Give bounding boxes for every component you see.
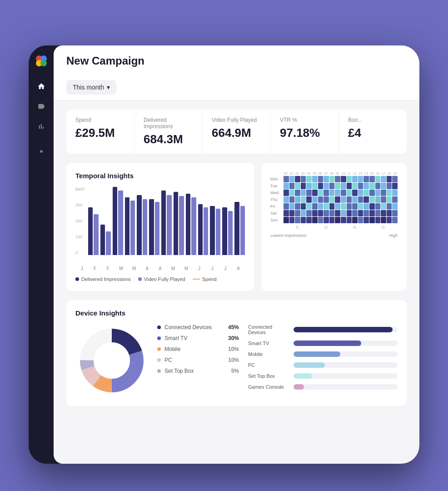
heatmap-cell (381, 196, 386, 203)
device-bar-row: Mobile (248, 351, 398, 357)
heatmap-cell (284, 196, 289, 203)
heatmap-cell (358, 217, 363, 223)
temporal-chart-card: Temporal Insights $400 300 200 100 0 (66, 163, 254, 291)
heatmap-cell (387, 183, 392, 189)
heatmap-col-label: 08 (329, 172, 334, 175)
chart-wrap: $400 300 200 100 0 (75, 187, 245, 264)
device-legend-pct: 30% (228, 335, 239, 341)
legend-spend-label: Spend (202, 276, 217, 282)
heatmap-cell (324, 183, 329, 189)
device-insights-section: Device Insights (66, 300, 407, 406)
heatmap-row-label: Sun (270, 217, 283, 223)
heatmap-cell (341, 203, 346, 210)
heatmap-col-label: 07 (324, 172, 329, 175)
heatmap-cell (335, 183, 340, 189)
main-content: New Campaign This month ▾ Spend £29.5M D… (54, 45, 419, 464)
heatmap-cell (387, 210, 392, 216)
device-bar-label: Games Console (248, 384, 289, 390)
heatmap-cell (341, 217, 346, 223)
heatmap-cell (284, 210, 289, 216)
heatmap-cell (392, 190, 398, 196)
time-filter-button[interactable]: This month ▾ (66, 80, 116, 95)
heatmap-row-label: Sat (270, 210, 283, 216)
bar-chart-area (88, 187, 245, 264)
heatmap-cell (347, 210, 352, 216)
device-bar-track (294, 373, 398, 379)
heatmap-cell (306, 183, 312, 189)
heatmap-cell (335, 217, 340, 223)
heatmap-cell (352, 183, 358, 189)
device-content: Connected Devices45%Smart TV30%Mobile10%… (75, 324, 398, 397)
heatmap-cell (375, 203, 381, 210)
device-bar-row: PC (248, 362, 398, 368)
device-bar-label: PC (248, 362, 289, 368)
heatmap-cell (318, 210, 324, 216)
bar-dark (125, 197, 129, 256)
heatmap-cell (295, 217, 300, 223)
heatmap-cell (312, 217, 318, 223)
heatmap-cell (358, 190, 363, 196)
bar-light (240, 206, 245, 255)
heatmap-cell (301, 190, 306, 196)
heatmap-cell (347, 190, 352, 196)
svg-point-3 (40, 60, 47, 66)
heatmap-cell (347, 183, 352, 189)
heatmap-cell (301, 210, 306, 216)
device-legend-name: Smart TV (164, 335, 224, 341)
heatmap-row-label: Tue (270, 183, 283, 189)
bar-light (94, 214, 98, 255)
heatmap-row-label: Mon (270, 176, 283, 182)
heatmap-cell (341, 190, 346, 196)
heatmap-cell (352, 210, 358, 216)
heatmap-cell (284, 190, 289, 196)
heatmap-cell (329, 183, 335, 189)
legend-video: Video Fully Played (138, 276, 185, 282)
heatmap-cell (387, 217, 392, 223)
heatmap-cell (295, 183, 300, 189)
device-legend-dot (157, 369, 161, 373)
legend-video-dot (138, 277, 142, 281)
heatmap-cell (352, 190, 358, 196)
bar-light (155, 202, 159, 255)
bar-group (125, 197, 135, 256)
heatmap-cell (324, 203, 329, 210)
heatmap-col-label: 09 (335, 172, 340, 175)
heatmap-col-label: 00 (283, 172, 289, 175)
metric-impressions: Delivered Impressions 684.3M (134, 110, 203, 154)
heatmap-cell (375, 176, 381, 182)
heatmap-cell (392, 183, 398, 189)
heatmap-cell (289, 203, 295, 210)
metric-vtr-label: VTR % (280, 117, 329, 123)
heatmap-col-label: 11 (346, 172, 352, 175)
sidebar-indicator (40, 150, 43, 153)
heatmap-cell (381, 217, 386, 223)
heatmap-col-label: 16 (375, 172, 381, 175)
heatmap-cell (358, 196, 363, 203)
device-bar-label: Smart TV (248, 341, 289, 346)
heatmap-cell (369, 203, 375, 210)
heatmap-cell (387, 190, 392, 196)
chart-icon[interactable] (36, 121, 47, 132)
donut-chart (75, 324, 148, 397)
heatmap-cell (369, 176, 375, 182)
content-area: Spend £29.5M Delivered Impressions 684.3… (54, 100, 419, 464)
bar-dark (186, 194, 190, 255)
heatmap-cell (375, 196, 381, 203)
y-axis: $400 300 200 100 0 (75, 187, 85, 255)
tag-icon[interactable] (36, 101, 47, 112)
heatmap-cell (324, 196, 329, 203)
home-icon[interactable] (36, 81, 47, 92)
heatmap-cell (392, 217, 398, 223)
bar-light (228, 211, 233, 256)
heatmap-cell (301, 183, 306, 189)
device-bars: Connected DevicesSmart TVMobilePCSet Top… (248, 324, 398, 397)
bar-group (222, 207, 233, 255)
device-legend-name: PC (164, 357, 224, 363)
heatmap-cell (324, 217, 329, 223)
heatmap-cell (363, 190, 369, 196)
heatmap-cell (387, 196, 392, 203)
heatmap-cell (363, 210, 369, 216)
heatmap-cell (284, 217, 289, 223)
heatmap-cell (284, 183, 289, 189)
heatmap-cell (381, 176, 386, 182)
